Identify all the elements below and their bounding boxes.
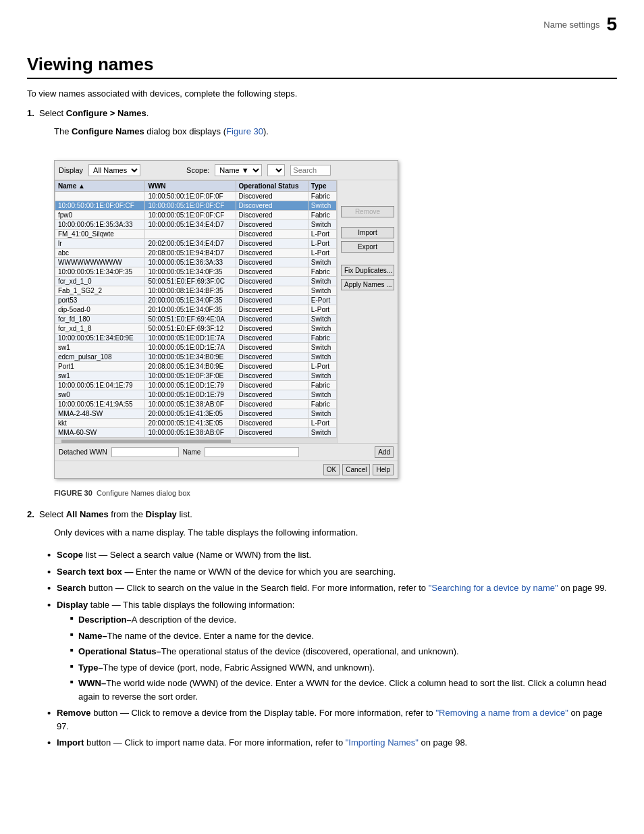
dialog-wrapper: Display All Names Scope: Name ▼ xyxy=(54,160,398,479)
table-header: Name ▲ WWN Operational Status Type xyxy=(55,180,337,191)
sub-bullet-name: Name–The name of the device. Enter a nam… xyxy=(70,629,617,643)
figure-30-link[interactable]: Figure 30 xyxy=(226,126,263,136)
table-row[interactable]: sw110:00:00:05:1E:0F:3F:0EDiscoveredSwit… xyxy=(55,371,337,380)
scope-value-select[interactable] xyxy=(267,164,285,176)
dialog-box: Display All Names Scope: Name ▼ xyxy=(54,160,398,479)
table-row[interactable]: edcm_pulsar_10810:00:00:05:1E:34:B0:9EDi… xyxy=(55,352,337,361)
table-row[interactable]: sw010:00:00:05:1E:0D:1E:79DiscoveredSwit… xyxy=(55,390,337,399)
step-1-block: 1. Select Configure > Names. The Configu… xyxy=(27,108,617,138)
dialog-sidebar: Remove Import Export Fix Duplicates... A… xyxy=(337,180,398,443)
remove-button[interactable]: Remove xyxy=(341,206,394,217)
col-type[interactable]: Type xyxy=(308,180,336,191)
sub-bullet-type: Type–The type of device (port, node, Fab… xyxy=(70,661,617,675)
page-container: Name settings 5 Viewing names To view na… xyxy=(0,0,644,782)
step-2-num: 2. xyxy=(27,509,34,519)
col-status[interactable]: Operational Status xyxy=(236,180,308,191)
display-label: Display xyxy=(59,166,83,174)
export-button[interactable]: Export xyxy=(341,241,394,253)
type-sub-label: Type– xyxy=(78,662,103,673)
display-select[interactable]: All Names xyxy=(88,164,140,176)
table-row[interactable]: 10:00:50:00:1E:0F:0F:CF10:00:00:05:1E:0F… xyxy=(55,201,337,210)
step-1: 1. Select Configure > Names. xyxy=(27,108,617,118)
col-wwn[interactable]: WWN xyxy=(145,180,236,191)
dialog-bottom: Detached WWN Name Add xyxy=(55,443,398,461)
table-row[interactable]: FM_41:00_SilqwteDiscoveredL-Port xyxy=(55,229,337,238)
section-title: Viewing names xyxy=(27,54,617,79)
bullet-display: Display table — This table displays the … xyxy=(47,598,617,704)
bullet-import: Import button — Click to import name dat… xyxy=(47,736,617,750)
table-row[interactable]: MMA-2-48-SW20:00:00:05:1E:41:3E:05Discov… xyxy=(55,409,337,418)
import-button[interactable]: Import xyxy=(341,227,394,238)
figure-label: FIGURE 30 xyxy=(54,489,92,497)
table-row[interactable]: fcr_xd_1_050:00:51:E0:EF:69:3F:0CDiscove… xyxy=(55,276,337,286)
table-row[interactable]: abc20:08:00:05:1E:94:B4:D7DiscoveredL-Po… xyxy=(55,248,337,257)
bullet-scope: Scope list — Select a search value (Name… xyxy=(47,548,617,562)
col-name[interactable]: Name ▲ xyxy=(55,180,145,191)
op-status-label: Operational Status– xyxy=(78,646,161,656)
scope-bullet-label: Scope xyxy=(57,550,83,560)
step-2-desc: Only devices with a name display. The ta… xyxy=(54,526,617,540)
dialog-table-area: Name ▲ WWN Operational Status Type 10:00… xyxy=(55,180,337,443)
table-row[interactable]: port5320:00:00:05:1E:34:0F:35DiscoveredE… xyxy=(55,295,337,305)
table-row[interactable]: MMA-60-SW10:00:00:05:1E:38:AB:0FDiscover… xyxy=(55,427,337,437)
table-row[interactable]: Port120:08:00:05:1E:34:B0:9EDiscoveredL-… xyxy=(55,361,337,371)
table-row[interactable]: 10:00:00:05:1E:41:9A:5510:00:00:05:1E:38… xyxy=(55,399,337,409)
step-1-sub: The Configure Names dialog box displays … xyxy=(54,125,617,138)
detached-wwn-label: Detached WWN xyxy=(59,448,107,456)
step-2-block: 2. Select All Names from the Display lis… xyxy=(27,509,617,540)
search-bullet-label: Search xyxy=(57,583,86,593)
cancel-button[interactable]: Cancel xyxy=(342,464,370,475)
add-button[interactable]: Add xyxy=(375,446,394,458)
apply-names-button[interactable]: Apply Names ... xyxy=(341,279,394,290)
dialog-table: Name ▲ WWN Operational Status Type 10:00… xyxy=(55,180,337,438)
scrollbar-thumb xyxy=(61,440,231,443)
search-input[interactable] xyxy=(290,165,331,176)
sub-bullet-description: Description–A description of the device. xyxy=(70,613,617,627)
table-row[interactable]: sw110:00:00:05:1E:0D:1E:7ADiscoveredSwit… xyxy=(55,342,337,352)
name-sub-label: Name– xyxy=(78,631,107,641)
name-bottom-input[interactable] xyxy=(205,447,299,457)
step-2: 2. Select All Names from the Display lis… xyxy=(27,509,617,519)
table-row[interactable]: dip-5oad-020:10:00:05:1E:34:0F:35Discove… xyxy=(55,305,337,314)
bullet-list: Scope list — Select a search value (Name… xyxy=(47,548,617,750)
table-row[interactable]: Fab_1_SG2_210:00:00:08:1E:34:BF:35Discov… xyxy=(55,286,337,295)
table-row[interactable]: 10:00:00:05:1E:04:1E:7910:00:00:05:1E:0D… xyxy=(55,380,337,390)
table-row[interactable]: 10:00:00:05:1E:34:E0:9E10:00:00:05:1E:0D… xyxy=(55,333,337,342)
sub-bullet-op-status: Operational Status–The operational statu… xyxy=(70,645,617,658)
table-row[interactable]: fpw010:00:00:05:1E:0F:0F:CFDiscoveredFab… xyxy=(55,210,337,219)
remove-bullet-label: Remove xyxy=(57,708,91,718)
removing-name-link[interactable]: "Removing a name from a device" xyxy=(435,708,568,718)
dialog-main: Name ▲ WWN Operational Status Type 10:00… xyxy=(55,180,398,443)
ok-button[interactable]: OK xyxy=(323,464,340,475)
help-button[interactable]: Help xyxy=(373,464,394,475)
table-row[interactable]: WWWWWWWWWW10:00:00:05:1E:36:3A:33Discove… xyxy=(55,257,337,267)
importing-names-link[interactable]: "Importing Names" xyxy=(346,737,419,748)
description-label: Description– xyxy=(78,615,132,625)
bullet-remove: Remove button — Click to remove a device… xyxy=(47,706,617,733)
horizontal-scrollbar[interactable] xyxy=(55,438,337,443)
table-row[interactable]: 10:00:00:05:1E:34:0F:3510:00:00:05:1E:34… xyxy=(55,267,337,276)
table-row[interactable]: kkt20:00:00:05:1E:41:3E:05DiscoveredL-Po… xyxy=(55,418,337,427)
table-body: 10:00:50:00:1E:0F:0F:0FDiscoveredFabric … xyxy=(55,191,337,437)
intro-text: To view names associated with devices, c… xyxy=(27,88,617,99)
searching-link[interactable]: "Searching for a device by name" xyxy=(429,583,558,593)
table-row[interactable]: 10:00:50:00:1E:0F:0F:0FDiscoveredFabric xyxy=(55,191,337,201)
detached-wwn-input[interactable] xyxy=(111,447,179,457)
table-row[interactable]: fcr_fd_18050:00:51:E0:EF:69:4E:0ADiscove… xyxy=(55,314,337,323)
display-bullet-label: Display xyxy=(57,600,88,610)
table-row[interactable]: fcr_xd_1_850:00:51:E0:EF:69:3F:12Discove… xyxy=(55,323,337,333)
bullet-search-text-box: Search text box — Enter the name or WWN … xyxy=(47,565,617,579)
table-row[interactable]: 10:00:00:05:1E:35:3A:3310:00:00:05:1E:34… xyxy=(55,219,337,229)
figure-caption: FIGURE 30 Configure Names dialog box xyxy=(54,489,617,497)
sub-bullet-list: Description–A description of the device.… xyxy=(70,613,617,703)
configure-names-label: Configure Names xyxy=(72,126,144,136)
scope-label: Scope: xyxy=(186,166,209,174)
wwn-sub-label: WWN– xyxy=(78,678,106,688)
fix-duplicates-button[interactable]: Fix Duplicates... xyxy=(341,265,394,276)
table-row[interactable]: lr20:02:00:05:1E:34:E4:D7DiscoveredL-Por… xyxy=(55,238,337,248)
sub-bullet-wwn: WWN–The world wide node (WWN) of the dev… xyxy=(70,677,617,703)
scope-select[interactable]: Name ▼ xyxy=(215,164,262,176)
all-names-label: All Names xyxy=(66,509,109,519)
page-number: 5 xyxy=(606,14,617,35)
step-1-num: 1. xyxy=(27,108,34,118)
